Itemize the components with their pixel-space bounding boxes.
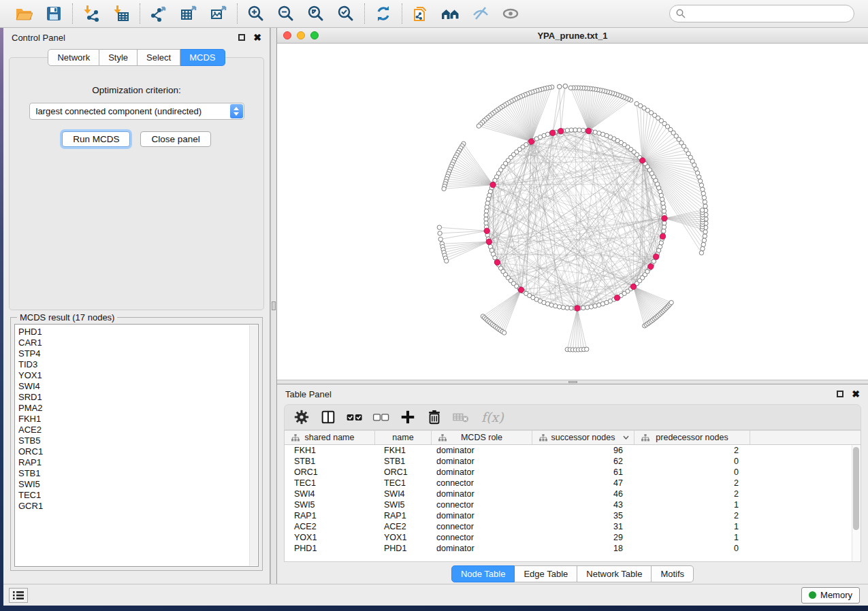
mcds-result-list[interactable]: PHD1CAR1STP4TID3YOX1SWI4SRD1PMA2FKH1ACE2… <box>14 324 259 567</box>
minimize-window-icon[interactable] <box>297 31 305 39</box>
criterion-select[interactable]: largest connected component (undirected) <box>29 103 244 120</box>
zoom-out-button[interactable] <box>276 4 295 23</box>
float-panel-button[interactable] <box>238 34 245 41</box>
trash-icon <box>426 409 443 425</box>
column-header-name[interactable]: name <box>374 431 431 444</box>
table-cell: 46 <box>532 489 634 499</box>
splitter-handle[interactable] <box>568 381 577 383</box>
open-session-button[interactable] <box>14 4 33 23</box>
close-panel-button[interactable]: ✖ <box>253 33 261 42</box>
import-table-button[interactable] <box>112 4 131 23</box>
save-session-button[interactable] <box>44 4 63 23</box>
list-item[interactable]: YOX1 <box>18 370 258 381</box>
show-panels-button[interactable] <box>9 588 28 603</box>
search-icon <box>676 9 686 18</box>
close-mcds-panel-button[interactable]: Close panel <box>140 131 210 147</box>
tab-node-table[interactable]: Node Table <box>451 565 515 582</box>
show-hidden-button[interactable] <box>501 4 520 23</box>
network-window-titlebar[interactable]: YPA_prune.txt_1 <box>277 28 868 44</box>
table-row[interactable]: SWI5SWI5connector431 <box>285 499 861 510</box>
list-item[interactable]: TID3 <box>18 359 258 370</box>
control-panel-title: Control Panel <box>12 33 65 43</box>
clone-network-button[interactable] <box>411 4 430 23</box>
list-item[interactable]: STB5 <box>18 435 258 446</box>
delete-table-button[interactable] <box>452 408 470 426</box>
column-type-icon <box>291 434 300 442</box>
list-item[interactable]: ACE2 <box>18 425 258 435</box>
table-row[interactable]: STB1STB1dominator620 <box>285 456 861 467</box>
refresh-view-button[interactable] <box>374 4 393 23</box>
column-header-MCDS-role[interactable]: MCDS role <box>431 431 532 444</box>
horizontal-splitter[interactable] <box>277 380 868 384</box>
split-panel-button[interactable] <box>319 408 337 426</box>
table-row[interactable]: TEC1TEC1connector472 <box>285 478 861 489</box>
deselect-all-button[interactable] <box>372 408 390 426</box>
table-scrollbar[interactable] <box>852 445 861 561</box>
column-type-icon <box>438 434 447 442</box>
maximize-window-icon[interactable] <box>310 31 319 39</box>
tab-select[interactable]: Select <box>138 49 180 66</box>
close-window-icon[interactable] <box>283 31 291 39</box>
list-item[interactable]: SWI4 <box>18 381 258 392</box>
table-row[interactable]: PHD1PHD1dominator180 <box>285 543 861 554</box>
hide-selected-button[interactable] <box>471 4 490 23</box>
show-all-nodes-button[interactable] <box>441 4 460 23</box>
zoom-selected-button[interactable] <box>336 4 355 23</box>
tab-network[interactable]: Network <box>48 49 99 66</box>
table-settings-button[interactable] <box>293 408 310 426</box>
list-item[interactable]: STB1 <box>18 468 258 479</box>
list-item[interactable]: FKH1 <box>18 414 258 425</box>
table-row[interactable]: FKH1FKH1dominator962 <box>285 445 861 456</box>
close-table-panel-button[interactable]: ✖ <box>852 390 860 398</box>
table-row[interactable]: ORC1ORC1dominator610 <box>285 467 861 478</box>
table-cell: 96 <box>532 446 634 455</box>
list-item[interactable]: SWI5 <box>18 479 258 490</box>
column-header-shared-name[interactable]: shared name <box>285 431 374 444</box>
splitter-handle[interactable] <box>272 301 276 310</box>
table-row[interactable]: RAP1RAP1dominator352 <box>285 510 861 521</box>
network-canvas[interactable] <box>277 44 868 380</box>
scrollbar-thumb[interactable] <box>853 447 859 530</box>
add-column-button[interactable] <box>399 408 417 426</box>
zoom-in-button[interactable] <box>246 4 266 23</box>
vertical-splitter[interactable] <box>270 28 277 584</box>
export-image-button[interactable] <box>209 4 228 23</box>
list-item[interactable]: ORC1 <box>18 446 258 457</box>
float-table-panel-button[interactable] <box>837 391 843 397</box>
tab-network-table[interactable]: Network Table <box>577 565 652 582</box>
list-scrollbar[interactable] <box>249 325 257 565</box>
tab-edge-table[interactable]: Edge Table <box>515 565 577 582</box>
table-cell: YOX1 <box>285 533 374 542</box>
table-row[interactable]: ACE2ACE2connector311 <box>285 521 861 532</box>
tab-motifs[interactable]: Motifs <box>652 565 694 582</box>
import-network-button[interactable] <box>82 4 101 23</box>
tab-style[interactable]: Style <box>99 49 138 66</box>
export-table-button[interactable] <box>179 4 198 23</box>
export-network-button[interactable] <box>149 4 168 23</box>
list-item[interactable]: PHD1 <box>18 327 258 337</box>
run-mcds-button[interactable]: Run MCDS <box>62 131 130 147</box>
network-graph[interactable] <box>277 44 868 379</box>
memory-button[interactable]: Memory <box>801 587 860 604</box>
list-item[interactable]: CAR1 <box>18 337 258 348</box>
list-item[interactable]: STP4 <box>18 348 258 359</box>
search-input[interactable] <box>690 8 848 20</box>
zoom-fit-button[interactable] <box>306 4 325 23</box>
status-bar: Memory <box>3 584 868 606</box>
list-item[interactable]: RAP1 <box>18 457 258 468</box>
list-item[interactable]: GCR1 <box>18 501 258 512</box>
select-all-button[interactable] <box>346 408 364 426</box>
table-cell: 31 <box>532 522 634 531</box>
column-header-successor-nodes[interactable]: successor nodes <box>532 431 634 444</box>
delete-column-button[interactable] <box>425 408 443 426</box>
apply-function-button[interactable]: f(x) <box>479 408 504 426</box>
table-row[interactable]: YOX1YOX1connector291 <box>285 532 861 543</box>
list-item[interactable]: SRD1 <box>18 392 258 403</box>
list-item[interactable]: TEC1 <box>18 490 258 501</box>
tab-mcds[interactable]: MCDS <box>180 49 225 66</box>
search-box[interactable] <box>669 5 854 22</box>
table-row[interactable]: SWI4SWI4dominator462 <box>285 489 861 499</box>
list-item[interactable]: PMA2 <box>18 403 258 414</box>
table-cell: ACE2 <box>374 522 431 531</box>
column-header-predecessor-nodes[interactable]: predecessor nodes <box>634 431 750 444</box>
